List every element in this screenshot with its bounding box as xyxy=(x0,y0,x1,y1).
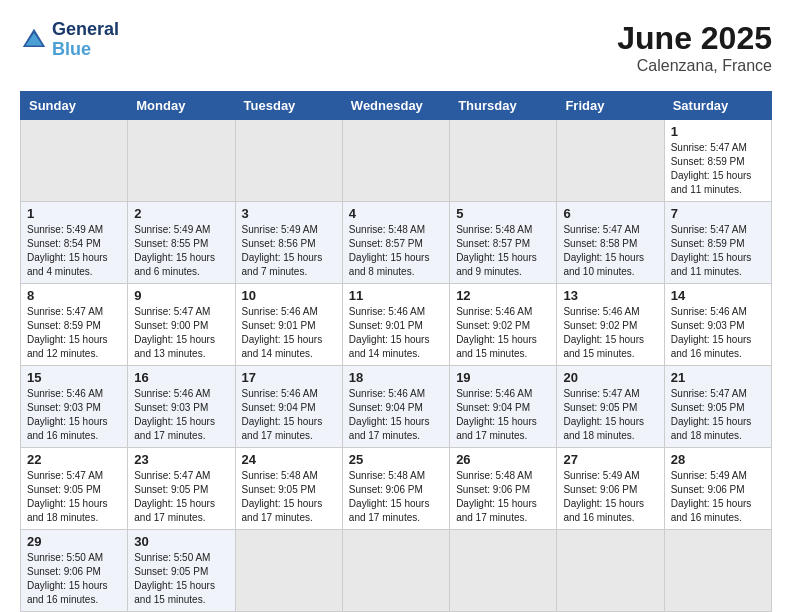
month-title: June 2025 xyxy=(617,20,772,57)
calendar-cell: 4Sunrise: 5:48 AMSunset: 8:57 PMDaylight… xyxy=(342,202,449,284)
week-row-6: 29Sunrise: 5:50 AMSunset: 9:06 PMDayligh… xyxy=(21,530,772,612)
day-header-wednesday: Wednesday xyxy=(342,92,449,120)
calendar-cell xyxy=(342,530,449,612)
calendar-header-row: SundayMondayTuesdayWednesdayThursdayFrid… xyxy=(21,92,772,120)
calendar-table: SundayMondayTuesdayWednesdayThursdayFrid… xyxy=(20,91,772,612)
day-header-saturday: Saturday xyxy=(664,92,771,120)
calendar-cell: 7Sunrise: 5:47 AMSunset: 8:59 PMDaylight… xyxy=(664,202,771,284)
day-number: 7 xyxy=(671,206,765,221)
day-number: 4 xyxy=(349,206,443,221)
day-info: Sunrise: 5:50 AMSunset: 9:05 PMDaylight:… xyxy=(134,551,228,607)
day-info: Sunrise: 5:46 AMSunset: 9:02 PMDaylight:… xyxy=(563,305,657,361)
day-info: Sunrise: 5:47 AMSunset: 9:05 PMDaylight:… xyxy=(27,469,121,525)
day-info: Sunrise: 5:47 AMSunset: 8:59 PMDaylight:… xyxy=(671,141,765,197)
calendar-cell: 3Sunrise: 5:49 AMSunset: 8:56 PMDaylight… xyxy=(235,202,342,284)
calendar-cell: 23Sunrise: 5:47 AMSunset: 9:05 PMDayligh… xyxy=(128,448,235,530)
day-number: 14 xyxy=(671,288,765,303)
day-number: 11 xyxy=(349,288,443,303)
calendar-cell xyxy=(664,530,771,612)
day-header-monday: Monday xyxy=(128,92,235,120)
calendar-cell: 5Sunrise: 5:48 AMSunset: 8:57 PMDaylight… xyxy=(450,202,557,284)
day-header-thursday: Thursday xyxy=(450,92,557,120)
day-info: Sunrise: 5:47 AMSunset: 9:05 PMDaylight:… xyxy=(563,387,657,443)
day-info: Sunrise: 5:46 AMSunset: 9:01 PMDaylight:… xyxy=(349,305,443,361)
day-info: Sunrise: 5:49 AMSunset: 9:06 PMDaylight:… xyxy=(671,469,765,525)
calendar-cell xyxy=(235,120,342,202)
day-info: Sunrise: 5:46 AMSunset: 9:03 PMDaylight:… xyxy=(671,305,765,361)
calendar-cell xyxy=(450,530,557,612)
calendar-cell: 19Sunrise: 5:46 AMSunset: 9:04 PMDayligh… xyxy=(450,366,557,448)
day-header-tuesday: Tuesday xyxy=(235,92,342,120)
calendar-cell: 24Sunrise: 5:48 AMSunset: 9:05 PMDayligh… xyxy=(235,448,342,530)
day-number: 19 xyxy=(456,370,550,385)
calendar-cell: 16Sunrise: 5:46 AMSunset: 9:03 PMDayligh… xyxy=(128,366,235,448)
day-info: Sunrise: 5:48 AMSunset: 9:05 PMDaylight:… xyxy=(242,469,336,525)
day-number: 20 xyxy=(563,370,657,385)
day-number: 30 xyxy=(134,534,228,549)
day-info: Sunrise: 5:47 AMSunset: 8:58 PMDaylight:… xyxy=(563,223,657,279)
week-row-4: 15Sunrise: 5:46 AMSunset: 9:03 PMDayligh… xyxy=(21,366,772,448)
calendar-cell: 14Sunrise: 5:46 AMSunset: 9:03 PMDayligh… xyxy=(664,284,771,366)
week-row-1: 1Sunrise: 5:47 AMSunset: 8:59 PMDaylight… xyxy=(21,120,772,202)
day-number: 17 xyxy=(242,370,336,385)
logo-icon xyxy=(20,26,48,54)
day-number: 29 xyxy=(27,534,121,549)
calendar-cell xyxy=(450,120,557,202)
day-header-sunday: Sunday xyxy=(21,92,128,120)
day-info: Sunrise: 5:48 AMSunset: 9:06 PMDaylight:… xyxy=(349,469,443,525)
calendar-cell: 12Sunrise: 5:46 AMSunset: 9:02 PMDayligh… xyxy=(450,284,557,366)
logo: General Blue xyxy=(20,20,119,60)
day-info: Sunrise: 5:48 AMSunset: 9:06 PMDaylight:… xyxy=(456,469,550,525)
day-info: Sunrise: 5:46 AMSunset: 9:03 PMDaylight:… xyxy=(27,387,121,443)
day-number: 2 xyxy=(134,206,228,221)
day-number: 26 xyxy=(456,452,550,467)
day-info: Sunrise: 5:49 AMSunset: 8:56 PMDaylight:… xyxy=(242,223,336,279)
calendar-body: 1Sunrise: 5:47 AMSunset: 8:59 PMDaylight… xyxy=(21,120,772,612)
day-number: 25 xyxy=(349,452,443,467)
day-info: Sunrise: 5:50 AMSunset: 9:06 PMDaylight:… xyxy=(27,551,121,607)
day-number: 13 xyxy=(563,288,657,303)
day-number: 1 xyxy=(671,124,765,139)
day-info: Sunrise: 5:48 AMSunset: 8:57 PMDaylight:… xyxy=(349,223,443,279)
calendar-cell: 30Sunrise: 5:50 AMSunset: 9:05 PMDayligh… xyxy=(128,530,235,612)
calendar-cell: 10Sunrise: 5:46 AMSunset: 9:01 PMDayligh… xyxy=(235,284,342,366)
calendar-cell: 22Sunrise: 5:47 AMSunset: 9:05 PMDayligh… xyxy=(21,448,128,530)
calendar-cell: 9Sunrise: 5:47 AMSunset: 9:00 PMDaylight… xyxy=(128,284,235,366)
page-header: General Blue June 2025 Calenzana, France xyxy=(20,20,772,75)
day-number: 12 xyxy=(456,288,550,303)
calendar-cell: 13Sunrise: 5:46 AMSunset: 9:02 PMDayligh… xyxy=(557,284,664,366)
day-info: Sunrise: 5:46 AMSunset: 9:01 PMDaylight:… xyxy=(242,305,336,361)
calendar-cell xyxy=(342,120,449,202)
calendar-cell: 25Sunrise: 5:48 AMSunset: 9:06 PMDayligh… xyxy=(342,448,449,530)
day-info: Sunrise: 5:46 AMSunset: 9:03 PMDaylight:… xyxy=(134,387,228,443)
day-number: 15 xyxy=(27,370,121,385)
week-row-3: 8Sunrise: 5:47 AMSunset: 8:59 PMDaylight… xyxy=(21,284,772,366)
day-number: 9 xyxy=(134,288,228,303)
day-info: Sunrise: 5:49 AMSunset: 9:06 PMDaylight:… xyxy=(563,469,657,525)
calendar-cell: 8Sunrise: 5:47 AMSunset: 8:59 PMDaylight… xyxy=(21,284,128,366)
day-info: Sunrise: 5:47 AMSunset: 9:05 PMDaylight:… xyxy=(671,387,765,443)
day-info: Sunrise: 5:46 AMSunset: 9:02 PMDaylight:… xyxy=(456,305,550,361)
week-row-5: 22Sunrise: 5:47 AMSunset: 9:05 PMDayligh… xyxy=(21,448,772,530)
day-info: Sunrise: 5:47 AMSunset: 9:00 PMDaylight:… xyxy=(134,305,228,361)
calendar-cell: 11Sunrise: 5:46 AMSunset: 9:01 PMDayligh… xyxy=(342,284,449,366)
day-number: 6 xyxy=(563,206,657,221)
day-number: 28 xyxy=(671,452,765,467)
day-number: 1 xyxy=(27,206,121,221)
day-number: 5 xyxy=(456,206,550,221)
calendar-cell: 21Sunrise: 5:47 AMSunset: 9:05 PMDayligh… xyxy=(664,366,771,448)
day-number: 23 xyxy=(134,452,228,467)
day-number: 8 xyxy=(27,288,121,303)
calendar-cell: 20Sunrise: 5:47 AMSunset: 9:05 PMDayligh… xyxy=(557,366,664,448)
day-info: Sunrise: 5:46 AMSunset: 9:04 PMDaylight:… xyxy=(349,387,443,443)
day-number: 18 xyxy=(349,370,443,385)
calendar-cell xyxy=(235,530,342,612)
calendar-cell: 17Sunrise: 5:46 AMSunset: 9:04 PMDayligh… xyxy=(235,366,342,448)
day-header-friday: Friday xyxy=(557,92,664,120)
calendar-cell: 27Sunrise: 5:49 AMSunset: 9:06 PMDayligh… xyxy=(557,448,664,530)
day-number: 10 xyxy=(242,288,336,303)
day-info: Sunrise: 5:49 AMSunset: 8:55 PMDaylight:… xyxy=(134,223,228,279)
day-number: 21 xyxy=(671,370,765,385)
calendar-cell: 1Sunrise: 5:47 AMSunset: 8:59 PMDaylight… xyxy=(664,120,771,202)
day-number: 3 xyxy=(242,206,336,221)
